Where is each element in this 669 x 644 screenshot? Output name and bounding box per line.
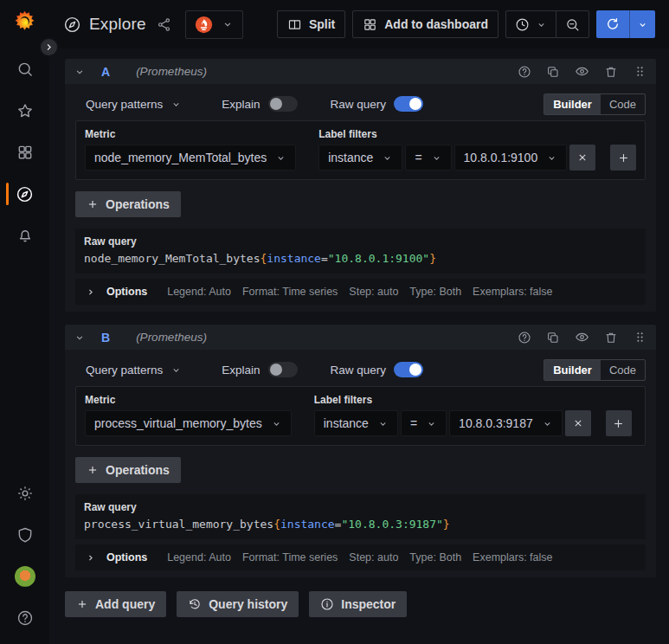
run-query-button[interactable] bbox=[596, 10, 629, 38]
raw-query-toggle[interactable] bbox=[394, 362, 423, 377]
chevron-down-icon bbox=[546, 152, 557, 164]
delete-query-icon[interactable] bbox=[604, 65, 618, 79]
duplicate-query-icon[interactable] bbox=[546, 331, 560, 345]
query-patterns-dropdown[interactable]: Query patterns bbox=[86, 364, 182, 377]
toggle-visibility-icon[interactable] bbox=[575, 330, 589, 345]
datasource-picker[interactable] bbox=[185, 10, 243, 39]
query-help-icon[interactable] bbox=[518, 331, 531, 345]
filter-value-select[interactable]: 10.8.0.3:9187 bbox=[449, 410, 563, 436]
filter-label-value: instance bbox=[324, 416, 369, 430]
page-title: Explore bbox=[89, 15, 146, 34]
metric-value: process_virtual_memory_bytes bbox=[94, 416, 262, 430]
query-options-row[interactable]: Options Legend: Auto Format: Time series… bbox=[75, 544, 646, 570]
user-avatar bbox=[15, 566, 35, 587]
chevron-down-icon bbox=[271, 418, 282, 429]
toggle-visibility-icon[interactable] bbox=[575, 64, 589, 79]
grafana-logo[interactable] bbox=[13, 0, 36, 36]
raw-query-toggle[interactable] bbox=[394, 96, 423, 112]
metric-value: node_memory_MemTotal_bytes bbox=[94, 151, 267, 164]
metric-filters-panel: Metric process_virtual_memory_bytes Labe… bbox=[75, 386, 646, 446]
chevron-down-icon bbox=[431, 152, 442, 164]
sidebar-item-alerting[interactable] bbox=[0, 215, 49, 256]
filter-label-select[interactable]: instance bbox=[314, 410, 398, 436]
delete-query-icon[interactable] bbox=[604, 331, 618, 345]
share-icon[interactable] bbox=[157, 17, 171, 32]
metric-select[interactable]: process_virtual_memory_bytes bbox=[85, 410, 292, 436]
remove-filter-button[interactable] bbox=[569, 145, 595, 171]
raw-label-token: instance bbox=[280, 518, 335, 531]
chevron-down-icon bbox=[382, 152, 393, 164]
chevron-right-icon[interactable] bbox=[85, 552, 96, 564]
editor-mode-switch: Builder Code bbox=[544, 93, 646, 115]
sidebar-item-profile[interactable] bbox=[0, 556, 49, 597]
explain-toggle[interactable] bbox=[268, 96, 298, 112]
query-history-label: Query history bbox=[209, 597, 287, 611]
add-operation-button[interactable]: Operations bbox=[75, 457, 181, 483]
sidebar-item-server-admin[interactable] bbox=[0, 514, 49, 556]
refresh-interval-dropdown[interactable] bbox=[629, 10, 655, 38]
sidebar-expand-button[interactable] bbox=[39, 37, 59, 57]
query-row-b-header[interactable]: B (Prometheus) bbox=[65, 325, 656, 350]
info-icon bbox=[320, 597, 334, 611]
query-patterns-label: Query patterns bbox=[86, 98, 163, 111]
split-label: Split bbox=[309, 17, 335, 31]
add-query-button[interactable]: Add query bbox=[65, 591, 166, 617]
query-options-row[interactable]: Options Legend: Auto Format: Time series… bbox=[75, 279, 646, 305]
split-icon bbox=[287, 17, 302, 32]
filter-value-select[interactable]: 10.8.0.1:9100 bbox=[454, 145, 568, 171]
query-patterns-dropdown[interactable]: Query patterns bbox=[86, 98, 182, 111]
explore-footer-actions: Add query Query history Inspector bbox=[65, 591, 656, 617]
sidebar-item-explore[interactable] bbox=[0, 173, 49, 215]
chevron-right-icon bbox=[43, 42, 55, 53]
star-icon bbox=[16, 102, 34, 119]
chevron-down-icon bbox=[536, 19, 547, 30]
chevron-down-icon bbox=[426, 418, 437, 429]
option-type: Type: Both bbox=[409, 286, 461, 298]
add-filter-button[interactable] bbox=[606, 410, 632, 436]
add-to-dashboard-label: Add to dashboard bbox=[384, 17, 488, 31]
add-to-dashboard-button[interactable]: Add to dashboard bbox=[352, 10, 499, 38]
add-filter-button[interactable] bbox=[610, 145, 636, 171]
inspector-button[interactable]: Inspector bbox=[309, 591, 407, 617]
builder-mode-option[interactable]: Builder bbox=[544, 360, 601, 380]
query-ref-id: B bbox=[101, 331, 110, 345]
options-title[interactable]: Options bbox=[106, 551, 147, 564]
raw-query-expression: node_memory_MemTotal_bytes{instance="10.… bbox=[84, 252, 637, 265]
zoom-out-time-button[interactable] bbox=[556, 11, 589, 37]
metric-select[interactable]: node_memory_MemTotal_bytes bbox=[85, 145, 296, 171]
drag-handle-icon[interactable] bbox=[633, 330, 647, 345]
raw-query-panel-label: Raw query bbox=[84, 235, 637, 248]
option-step: Step: auto bbox=[349, 551, 398, 564]
split-button[interactable]: Split bbox=[277, 10, 345, 38]
zoom-out-icon bbox=[565, 17, 580, 32]
filter-operator-select[interactable]: = bbox=[401, 410, 447, 436]
remove-filter-button[interactable] bbox=[565, 410, 591, 436]
filter-value: 10.8.0.3:9187 bbox=[459, 416, 533, 430]
builder-mode-option[interactable]: Builder bbox=[544, 94, 601, 114]
time-range-picker[interactable] bbox=[506, 11, 556, 37]
collapse-chevron-icon[interactable] bbox=[74, 332, 86, 344]
filter-label-select[interactable]: instance bbox=[318, 145, 402, 171]
raw-value-token: "10.8.0.1:9100" bbox=[328, 252, 429, 265]
code-mode-option[interactable]: Code bbox=[601, 94, 645, 114]
plus-icon bbox=[76, 598, 88, 610]
collapse-chevron-icon[interactable] bbox=[74, 66, 86, 78]
raw-query-label: Raw query bbox=[331, 364, 387, 377]
duplicate-query-icon[interactable] bbox=[546, 65, 560, 79]
inspector-label: Inspector bbox=[341, 597, 396, 611]
query-history-button[interactable]: Query history bbox=[177, 591, 299, 617]
code-mode-option[interactable]: Code bbox=[601, 360, 645, 380]
filter-operator-select[interactable]: = bbox=[405, 145, 451, 171]
options-title[interactable]: Options bbox=[106, 286, 147, 298]
drag-handle-icon[interactable] bbox=[633, 64, 647, 79]
query-row-a-header[interactable]: A (Prometheus) bbox=[65, 59, 656, 84]
search-icon bbox=[16, 61, 34, 78]
chevron-right-icon[interactable] bbox=[85, 287, 96, 298]
sidebar-item-starred[interactable] bbox=[0, 90, 49, 132]
add-operation-button[interactable]: Operations bbox=[75, 191, 181, 217]
sidebar-item-help[interactable] bbox=[0, 597, 49, 639]
sidebar-item-configuration[interactable] bbox=[0, 473, 49, 514]
query-help-icon[interactable] bbox=[518, 65, 531, 79]
explain-toggle[interactable] bbox=[268, 362, 298, 377]
sidebar-item-dashboards[interactable] bbox=[0, 132, 49, 173]
